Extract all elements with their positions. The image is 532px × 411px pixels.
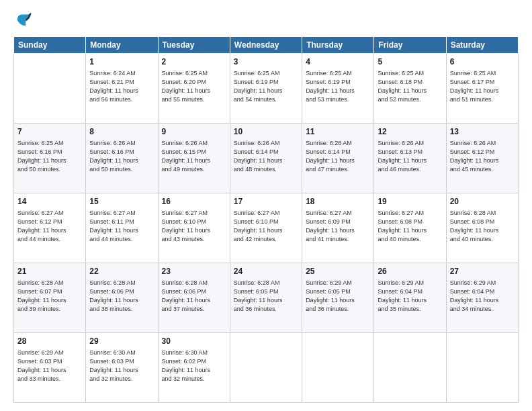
table-row: 5Sunrise: 6:25 AMSunset: 6:18 PMDaylight… [374, 54, 446, 124]
col-header-tuesday: Tuesday [158, 37, 230, 54]
table-row: 4Sunrise: 6:25 AMSunset: 6:19 PMDaylight… [302, 54, 374, 124]
day-number: 16 [162, 196, 226, 208]
day-info: Sunrise: 6:25 AMSunset: 6:17 PMDaylight:… [450, 69, 515, 104]
day-number: 12 [378, 126, 442, 138]
day-number: 14 [17, 196, 82, 208]
logo [13, 11, 35, 30]
table-row: 19Sunrise: 6:27 AMSunset: 6:08 PMDayligh… [374, 193, 446, 263]
col-header-thursday: Thursday [302, 37, 374, 54]
day-number: 26 [378, 266, 442, 277]
day-number: 29 [89, 336, 154, 347]
day-info: Sunrise: 6:28 AMSunset: 6:07 PMDaylight:… [17, 279, 82, 314]
page: SundayMondayTuesdayWednesdayThursdayFrid… [0, 0, 532, 411]
table-row: 3Sunrise: 6:25 AMSunset: 6:19 PMDaylight… [230, 54, 302, 124]
table-row [302, 333, 374, 403]
table-row [14, 54, 86, 124]
table-row: 27Sunrise: 6:29 AMSunset: 6:04 PMDayligh… [446, 263, 518, 333]
day-info: Sunrise: 6:27 AMSunset: 6:11 PMDaylight:… [89, 209, 154, 244]
table-row: 13Sunrise: 6:26 AMSunset: 6:12 PMDayligh… [446, 124, 518, 193]
day-info: Sunrise: 6:26 AMSunset: 6:12 PMDaylight:… [450, 139, 515, 174]
day-info: Sunrise: 6:26 AMSunset: 6:13 PMDaylight:… [378, 139, 442, 174]
day-number: 17 [234, 196, 298, 208]
day-info: Sunrise: 6:26 AMSunset: 6:16 PMDaylight:… [89, 139, 154, 174]
day-number: 6 [450, 56, 515, 68]
table-row: 26Sunrise: 6:29 AMSunset: 6:04 PMDayligh… [374, 263, 446, 333]
day-info: Sunrise: 6:26 AMSunset: 6:14 PMDaylight:… [306, 139, 370, 174]
day-number: 25 [306, 266, 370, 277]
day-number: 20 [450, 196, 515, 208]
table-row: 23Sunrise: 6:28 AMSunset: 6:06 PMDayligh… [158, 263, 230, 333]
day-info: Sunrise: 6:27 AMSunset: 6:10 PMDaylight:… [162, 209, 226, 244]
day-info: Sunrise: 6:28 AMSunset: 6:06 PMDaylight:… [89, 279, 154, 314]
day-info: Sunrise: 6:25 AMSunset: 6:20 PMDaylight:… [162, 69, 226, 104]
day-info: Sunrise: 6:26 AMSunset: 6:14 PMDaylight:… [234, 139, 298, 174]
day-number: 7 [17, 126, 82, 138]
table-row: 20Sunrise: 6:28 AMSunset: 6:08 PMDayligh… [446, 193, 518, 263]
logo-icon [13, 11, 32, 30]
day-number: 21 [17, 266, 82, 277]
day-info: Sunrise: 6:26 AMSunset: 6:15 PMDaylight:… [162, 139, 226, 174]
day-info: Sunrise: 6:25 AMSunset: 6:18 PMDaylight:… [378, 69, 442, 104]
col-header-monday: Monday [86, 37, 158, 54]
table-row: 12Sunrise: 6:26 AMSunset: 6:13 PMDayligh… [374, 124, 446, 193]
table-row: 30Sunrise: 6:30 AMSunset: 6:02 PMDayligh… [158, 333, 230, 403]
day-info: Sunrise: 6:30 AMSunset: 6:02 PMDaylight:… [162, 349, 226, 383]
day-number: 4 [306, 56, 370, 68]
table-row: 22Sunrise: 6:28 AMSunset: 6:06 PMDayligh… [86, 263, 158, 333]
day-info: Sunrise: 6:28 AMSunset: 6:08 PMDaylight:… [450, 209, 515, 244]
table-row: 21Sunrise: 6:28 AMSunset: 6:07 PMDayligh… [14, 263, 86, 333]
day-number: 24 [234, 266, 298, 277]
day-number: 11 [306, 126, 370, 138]
day-number: 5 [378, 56, 442, 68]
table-row [446, 333, 518, 403]
day-number: 3 [234, 56, 298, 68]
table-row: 25Sunrise: 6:29 AMSunset: 6:05 PMDayligh… [302, 263, 374, 333]
table-row: 24Sunrise: 6:28 AMSunset: 6:05 PMDayligh… [230, 263, 302, 333]
col-header-wednesday: Wednesday [230, 37, 302, 54]
table-row: 28Sunrise: 6:29 AMSunset: 6:03 PMDayligh… [14, 333, 86, 403]
day-info: Sunrise: 6:27 AMSunset: 6:09 PMDaylight:… [306, 209, 370, 244]
day-number: 13 [450, 126, 515, 138]
day-info: Sunrise: 6:27 AMSunset: 6:12 PMDaylight:… [17, 209, 82, 244]
day-number: 22 [89, 266, 154, 277]
table-row: 8Sunrise: 6:26 AMSunset: 6:16 PMDaylight… [86, 124, 158, 193]
day-number: 19 [378, 196, 442, 208]
day-info: Sunrise: 6:25 AMSunset: 6:19 PMDaylight:… [234, 69, 298, 104]
day-number: 8 [89, 126, 154, 138]
day-number: 27 [450, 266, 515, 277]
table-row: 14Sunrise: 6:27 AMSunset: 6:12 PMDayligh… [14, 193, 86, 263]
day-number: 30 [162, 336, 226, 347]
table-row: 18Sunrise: 6:27 AMSunset: 6:09 PMDayligh… [302, 193, 374, 263]
table-row: 6Sunrise: 6:25 AMSunset: 6:17 PMDaylight… [446, 54, 518, 124]
day-info: Sunrise: 6:27 AMSunset: 6:10 PMDaylight:… [234, 209, 298, 244]
day-info: Sunrise: 6:30 AMSunset: 6:03 PMDaylight:… [89, 349, 154, 383]
table-row: 10Sunrise: 6:26 AMSunset: 6:14 PMDayligh… [230, 124, 302, 193]
day-info: Sunrise: 6:25 AMSunset: 6:16 PMDaylight:… [17, 139, 82, 174]
day-number: 18 [306, 196, 370, 208]
day-info: Sunrise: 6:24 AMSunset: 6:21 PMDaylight:… [89, 69, 154, 104]
day-info: Sunrise: 6:29 AMSunset: 6:04 PMDaylight:… [378, 279, 442, 314]
day-info: Sunrise: 6:29 AMSunset: 6:03 PMDaylight:… [17, 349, 82, 383]
table-row: 2Sunrise: 6:25 AMSunset: 6:20 PMDaylight… [158, 54, 230, 124]
header [13, 11, 519, 30]
table-row: 7Sunrise: 6:25 AMSunset: 6:16 PMDaylight… [14, 124, 86, 193]
col-header-sunday: Sunday [14, 37, 86, 54]
day-number: 2 [162, 56, 226, 68]
day-info: Sunrise: 6:27 AMSunset: 6:08 PMDaylight:… [378, 209, 442, 244]
day-number: 15 [89, 196, 154, 208]
table-row: 29Sunrise: 6:30 AMSunset: 6:03 PMDayligh… [86, 333, 158, 403]
table-row: 9Sunrise: 6:26 AMSunset: 6:15 PMDaylight… [158, 124, 230, 193]
table-row: 16Sunrise: 6:27 AMSunset: 6:10 PMDayligh… [158, 193, 230, 263]
table-row [230, 333, 302, 403]
table-row: 1Sunrise: 6:24 AMSunset: 6:21 PMDaylight… [86, 54, 158, 124]
table-row: 17Sunrise: 6:27 AMSunset: 6:10 PMDayligh… [230, 193, 302, 263]
table-row [374, 333, 446, 403]
day-info: Sunrise: 6:29 AMSunset: 6:05 PMDaylight:… [306, 279, 370, 314]
col-header-friday: Friday [374, 37, 446, 54]
day-info: Sunrise: 6:29 AMSunset: 6:04 PMDaylight:… [450, 279, 515, 314]
day-info: Sunrise: 6:25 AMSunset: 6:19 PMDaylight:… [306, 69, 370, 104]
day-number: 9 [162, 126, 226, 138]
day-number: 1 [89, 56, 154, 68]
calendar-table: SundayMondayTuesdayWednesdayThursdayFrid… [13, 36, 519, 403]
table-row: 15Sunrise: 6:27 AMSunset: 6:11 PMDayligh… [86, 193, 158, 263]
